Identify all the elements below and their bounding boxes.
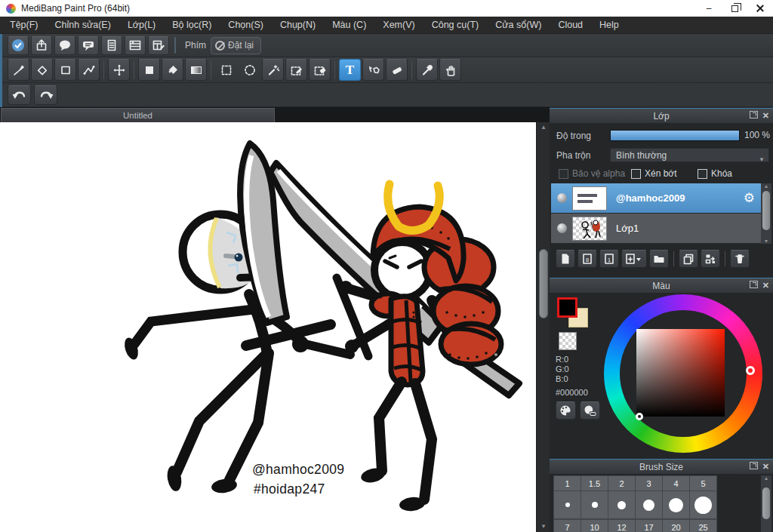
minimize-button[interactable]: – xyxy=(696,0,722,17)
brush-size-label[interactable]: 5 xyxy=(689,475,717,491)
layer-visibility-toggle[interactable] xyxy=(557,193,567,203)
brush-size-label[interactable]: 10 xyxy=(581,519,608,532)
brush-size-preview[interactable] xyxy=(662,490,690,519)
panel-layout-button[interactable] xyxy=(125,36,146,55)
saturation-value-square[interactable] xyxy=(636,329,725,417)
alpha-protect-checkbox[interactable]: Bảo vệ alpha xyxy=(559,168,625,179)
layer-row-text[interactable]: @hamhoc2009 ⚙ xyxy=(551,183,761,214)
popout-icon[interactable] xyxy=(750,111,758,118)
scroll-up-icon[interactable]: ▲ xyxy=(761,183,771,189)
cloud-sync-button[interactable] xyxy=(8,36,29,55)
tool-select-eraser[interactable] xyxy=(309,59,331,81)
brush-size-label[interactable]: 1.5 xyxy=(581,475,608,491)
share-button[interactable] xyxy=(31,36,52,55)
tool-brush[interactable] xyxy=(8,59,29,81)
brush-size-label[interactable]: 7 xyxy=(553,519,581,532)
brush-size-preview[interactable] xyxy=(553,490,581,519)
canvas-vertical-scrollbar[interactable]: ▲ ▼ xyxy=(536,122,550,532)
popout-icon[interactable] xyxy=(750,281,758,288)
brush-size-label[interactable]: 17 xyxy=(635,519,663,532)
menu-help[interactable]: Help xyxy=(591,17,627,34)
menu-filter[interactable]: Bộ lọc(R) xyxy=(164,17,220,34)
brush-size-preview[interactable] xyxy=(608,490,636,519)
tool-soft-eraser[interactable] xyxy=(386,59,408,81)
chat-button[interactable] xyxy=(78,36,99,55)
scroll-up-icon[interactable]: ▲ xyxy=(537,122,550,133)
menu-cloud[interactable]: Cloud xyxy=(550,17,591,34)
tool-hand[interactable] xyxy=(439,59,461,81)
menu-layer[interactable]: Lớp(L) xyxy=(119,17,164,34)
menu-window[interactable]: Cửa sổ(W) xyxy=(487,17,550,34)
popout-icon[interactable] xyxy=(750,462,758,469)
menu-file[interactable]: Tệp(F) xyxy=(2,17,47,34)
layer-list-scrollbar[interactable]: ▲ ▼ xyxy=(761,183,771,244)
tool-fill-rect[interactable] xyxy=(138,59,160,81)
brush-size-label[interactable]: 12 xyxy=(608,519,636,532)
blend-mode-select[interactable]: Bình thường ▼ xyxy=(610,148,769,162)
menu-view[interactable]: Xem(V) xyxy=(374,17,423,34)
brush-size-label[interactable]: 2 xyxy=(608,475,636,491)
tool-move[interactable] xyxy=(108,59,130,81)
brush-size-label[interactable]: 3 xyxy=(635,475,663,491)
scrollbar-thumb[interactable] xyxy=(762,487,770,519)
new-layer-button[interactable] xyxy=(556,250,575,268)
tool-polyline[interactable] xyxy=(78,59,100,81)
scroll-up-icon[interactable]: ▲ xyxy=(761,475,771,481)
reset-button[interactable]: Đặt lại xyxy=(211,37,261,54)
layer-visibility-toggle[interactable] xyxy=(557,223,567,233)
panel-close-icon[interactable]: ✕ xyxy=(762,462,769,471)
scroll-down-icon[interactable]: ▼ xyxy=(537,521,550,532)
panel-close-icon[interactable]: ✕ xyxy=(762,281,769,290)
tool-eraser[interactable] xyxy=(31,59,53,81)
delete-layer-button[interactable] xyxy=(730,250,750,268)
drawing-canvas[interactable]: @hamhoc2009 #hoidap247 xyxy=(0,122,536,532)
undo-button[interactable] xyxy=(8,85,31,105)
redo-button[interactable] xyxy=(34,85,57,105)
tool-text[interactable]: T xyxy=(339,59,361,81)
menu-select[interactable]: Chọn(S) xyxy=(220,17,272,34)
tool-magic-wand[interactable] xyxy=(262,59,284,81)
folder-button[interactable] xyxy=(649,250,669,268)
brush-size-label[interactable]: 20 xyxy=(662,519,690,532)
restore-button[interactable] xyxy=(722,0,747,17)
tool-bucket[interactable] xyxy=(162,59,183,81)
gear-icon[interactable]: ⚙ xyxy=(744,190,755,206)
close-button[interactable] xyxy=(747,0,773,17)
palette-edit-button[interactable] xyxy=(580,401,600,420)
brush-size-preview[interactable] xyxy=(689,490,717,519)
scroll-down-icon[interactable]: ▼ xyxy=(761,238,771,244)
new-8bit-layer-button[interactable]: 8 xyxy=(577,250,597,268)
panel-close-icon[interactable]: ✕ xyxy=(762,111,769,120)
scrollbar-thumb[interactable] xyxy=(539,249,548,318)
transparent-color-swatch[interactable] xyxy=(559,332,577,350)
opacity-slider[interactable] xyxy=(610,130,740,141)
scrollbar-thumb[interactable] xyxy=(762,191,770,230)
clipping-checkbox[interactable]: Xén bớt xyxy=(631,168,677,179)
tab-untitled[interactable]: Untitled xyxy=(1,108,275,122)
menu-tools[interactable]: Công cụ(T) xyxy=(423,17,488,34)
palette-button[interactable] xyxy=(556,401,576,420)
brush-size-preview[interactable] xyxy=(581,490,608,519)
foreground-color-swatch[interactable] xyxy=(557,297,577,318)
material-config-button[interactable] xyxy=(148,36,169,55)
brush-size-label[interactable]: 1 xyxy=(553,475,581,491)
brush-size-preview[interactable] xyxy=(635,490,663,519)
add-layer-menu-button[interactable] xyxy=(621,250,647,268)
merge-layer-button[interactable] xyxy=(701,250,720,268)
tool-gradient[interactable] xyxy=(185,59,207,81)
menu-color[interactable]: Màu (C) xyxy=(324,17,374,34)
tool-operation[interactable] xyxy=(362,59,384,81)
tool-select-rect[interactable] xyxy=(215,59,237,81)
layer-row-drawing[interactable]: Lớp1 xyxy=(551,214,761,244)
duplicate-layer-button[interactable] xyxy=(679,250,698,268)
tool-shape[interactable] xyxy=(54,59,76,81)
tool-eyedropper[interactable] xyxy=(416,59,438,81)
menu-edit[interactable]: Chỉnh sửa(E) xyxy=(47,17,119,34)
menu-snap[interactable]: Chụp(N) xyxy=(272,17,324,34)
lock-checkbox[interactable]: Khóa xyxy=(698,168,732,179)
brush-panel-scrollbar[interactable]: ▲ xyxy=(761,475,771,532)
brush-size-label[interactable]: 25 xyxy=(689,519,717,532)
tool-select-pen[interactable] xyxy=(285,59,307,81)
comment-button[interactable] xyxy=(54,36,75,55)
document-button[interactable] xyxy=(101,36,122,55)
